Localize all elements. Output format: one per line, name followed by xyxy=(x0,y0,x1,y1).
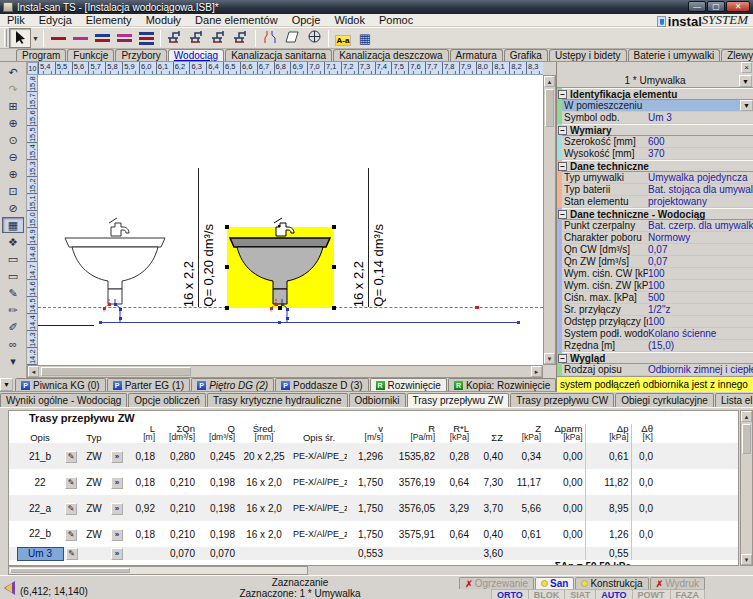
property-value[interactable]: 100 xyxy=(648,280,753,291)
draw-auto-tool-button[interactable]: ✏ xyxy=(2,302,24,318)
tab-armatura[interactable]: Armatura xyxy=(450,49,503,61)
floor-tab-rozwinięcie[interactable]: RRozwinięcie xyxy=(370,378,447,391)
property-value[interactable]: 1/2"z xyxy=(648,304,753,315)
property-row[interactable]: Typ umywalkiUmywalka pojedyncza xyxy=(562,172,753,184)
scroll-right-icon[interactable]: ► xyxy=(531,366,542,377)
edit-route-button[interactable]: ✎ xyxy=(66,548,78,560)
menu-opcje[interactable]: Opcje xyxy=(285,14,328,27)
pipe-bundle-button[interactable] xyxy=(135,28,157,48)
minimize-button[interactable]: — xyxy=(688,1,706,12)
element-selector-dropdown[interactable]: ▼ xyxy=(739,75,752,87)
floor-list-dropdown-icon[interactable]: ▼ xyxy=(0,378,13,391)
property-row-dropdown[interactable]: W pomieszczeniu▼ xyxy=(562,100,753,112)
select-area-add-tool-button[interactable]: ▭ xyxy=(2,268,24,284)
property-value[interactable]: 100 xyxy=(648,316,753,327)
cursor-select-button[interactable] xyxy=(9,28,31,48)
collapse-icon[interactable]: − xyxy=(558,210,567,219)
table-vertical-scrollbar[interactable]: ▲ ▼ xyxy=(740,410,753,566)
circulation-button[interactable] xyxy=(303,28,325,48)
edit-route-button[interactable]: ✎ xyxy=(65,529,77,541)
property-row[interactable]: Qn CW [dm³/s]0,07 xyxy=(562,244,753,256)
column-header-r[interactable]: R[Pa/m] xyxy=(385,424,437,443)
section-header-dane-techniczne-wodociąg[interactable]: −Dane techniczne - Wodociąg xyxy=(562,208,753,220)
menu-edycja[interactable]: Edycja xyxy=(32,14,79,27)
property-row[interactable]: Ciśn. max. [kPa]500 xyxy=(562,292,753,304)
edit-route-button[interactable]: ✎ xyxy=(65,451,77,463)
find-tool-button[interactable]: ∞ xyxy=(2,336,24,352)
redo-tool-button[interactable]: ↷ xyxy=(2,81,24,97)
tab-kanalizacja-sanitarna[interactable]: Kanalizacja sanitarna xyxy=(225,49,332,61)
scroll-up-icon[interactable]: ▲ xyxy=(544,76,555,87)
draw-pipe-tool-button[interactable]: ✎ xyxy=(2,285,24,301)
column-header-sz[interactable]: ΣΖ xyxy=(471,424,505,443)
pipe-connection-selected[interactable] xyxy=(262,299,298,325)
paint-connect-tool-button[interactable]: ✐ xyxy=(2,319,24,335)
table-horizontal-scrollbar[interactable] xyxy=(8,566,308,575)
property-row[interactable]: System podł. wodociąguKolano ścienne xyxy=(562,328,753,340)
tap-single-button[interactable] xyxy=(164,28,186,48)
zoom-prev-tool-button[interactable]: ⊘ xyxy=(2,200,24,216)
pan-hand-tool-button[interactable]: ❖ xyxy=(2,234,24,250)
toggle-faza[interactable]: FAZA xyxy=(671,590,705,599)
riser-pair-button[interactable] xyxy=(259,28,281,48)
floor-tab-poddasze-d-3-[interactable]: PPoddasze D (3) xyxy=(275,378,368,391)
pipe-node[interactable] xyxy=(517,321,520,324)
goto-route-button[interactable]: » xyxy=(111,477,123,489)
tab-ustępy-i-bidety[interactable]: Ustępy i bidety xyxy=(549,49,627,61)
cold-water-pipe-line[interactable] xyxy=(100,322,520,323)
layer-tab-ogrzewanie[interactable]: ✗Ogrzewanie xyxy=(459,577,534,589)
property-value[interactable]: 500 xyxy=(648,292,753,303)
property-value[interactable]: Odbiornik zimnej i ciepłej wody xyxy=(648,364,753,375)
scroll-left-icon[interactable]: ◄ xyxy=(28,366,39,377)
toggle-blok[interactable]: BLOK xyxy=(529,590,566,599)
property-row[interactable]: Wysokość [mm]370 xyxy=(562,148,753,160)
tab-grafika[interactable]: Grafika xyxy=(504,49,548,61)
table-row[interactable]: 22_a✎ZW»0,920,2100,19816 x 2,0PE-X/Al/PE… xyxy=(9,495,738,521)
property-value[interactable]: projektowany xyxy=(648,196,753,207)
scroll-down-icon[interactable]: ▼ xyxy=(741,554,752,565)
tab-wodociąg[interactable]: Wodociąg xyxy=(168,49,224,61)
layer-tab-wydruk[interactable]: ✗Wydruk xyxy=(650,577,705,589)
property-value[interactable]: 0,07 xyxy=(648,244,753,255)
close-button[interactable]: ✕ xyxy=(726,1,750,12)
section-header-dane-techniczne[interactable]: −Dane techniczne xyxy=(562,160,753,172)
selection-handle[interactable] xyxy=(332,306,336,310)
canvas-horizontal-scrollbar[interactable]: ◄ ► xyxy=(27,365,543,378)
results-tab-odbiorniki[interactable]: Odbiorniki xyxy=(349,393,406,407)
data-table-tool-button[interactable]: ▦ xyxy=(2,217,24,233)
results-tab-wyniki-ogólne-wodociąg[interactable]: Wyniki ogólne - Wodociąg xyxy=(0,393,127,407)
column-header-rl[interactable]: R*L[kPa] xyxy=(437,424,471,443)
layer-tab-san[interactable]: San xyxy=(535,577,574,589)
property-row[interactable]: Odstęp przyłączy [mm]100 xyxy=(562,316,753,328)
column-header-typ[interactable]: Typ xyxy=(79,424,109,443)
property-value[interactable]: Bat. stojąca dla umywalki xyxy=(648,184,753,195)
more-tools-tool-button[interactable]: ▾ xyxy=(2,353,24,369)
column-header-goto[interactable] xyxy=(109,424,125,443)
property-value[interactable]: Normowy xyxy=(648,232,753,243)
floor-tab-parter-eg-1-[interactable]: PParter EG (1) xyxy=(107,378,190,391)
table-row[interactable]: 22_b✎ZW»0,180,2100,19816 x 2,0PE-X/Al/PE… xyxy=(9,521,738,547)
scroll-thumb[interactable] xyxy=(742,424,751,454)
column-header-z[interactable]: Z[kPa] xyxy=(505,424,543,443)
column-header-sqn[interactable]: ΣQn[dm³/s] xyxy=(157,424,197,443)
property-row[interactable]: Charakter poboruNormowy xyxy=(562,232,753,244)
property-row[interactable]: Symbol odb.Um 3 xyxy=(562,112,753,124)
property-row[interactable]: Wym. ciśn. CW [kPa]100 xyxy=(562,268,753,280)
toggle-siat[interactable]: SIAT xyxy=(565,590,596,599)
property-value[interactable]: 370 xyxy=(648,148,753,159)
table-row[interactable]: Um 3✎»0,0700,0700,5533,600,55 xyxy=(9,547,738,560)
undo-tool-button[interactable]: ↶ xyxy=(2,64,24,80)
goto-route-button[interactable]: » xyxy=(111,529,123,541)
column-header-q[interactable]: Q[dm³/s] xyxy=(197,424,237,443)
collapse-icon[interactable]: − xyxy=(558,126,567,135)
property-row[interactable]: Stan elementuprojektowany xyxy=(562,196,753,208)
tab-program[interactable]: Program xyxy=(16,49,66,61)
menu-dane-elementów[interactable]: Dane elementów xyxy=(188,14,285,27)
selection-handle[interactable] xyxy=(332,265,336,269)
scroll-thumb[interactable] xyxy=(10,568,130,573)
property-row[interactable]: Wym. ciśn. ZW [kPa]100 xyxy=(562,280,753,292)
property-value[interactable]: Kolano ścienne xyxy=(648,328,753,339)
menu-pomoc[interactable]: Pomoc xyxy=(372,14,420,27)
drawing-canvas[interactable]: 16 x 2,2 Q= 0,20 dm³/s 16 x 2,2 Q= 0,14 … xyxy=(38,75,543,365)
zoom-out-tool-button[interactable]: ⊖ xyxy=(2,149,24,165)
